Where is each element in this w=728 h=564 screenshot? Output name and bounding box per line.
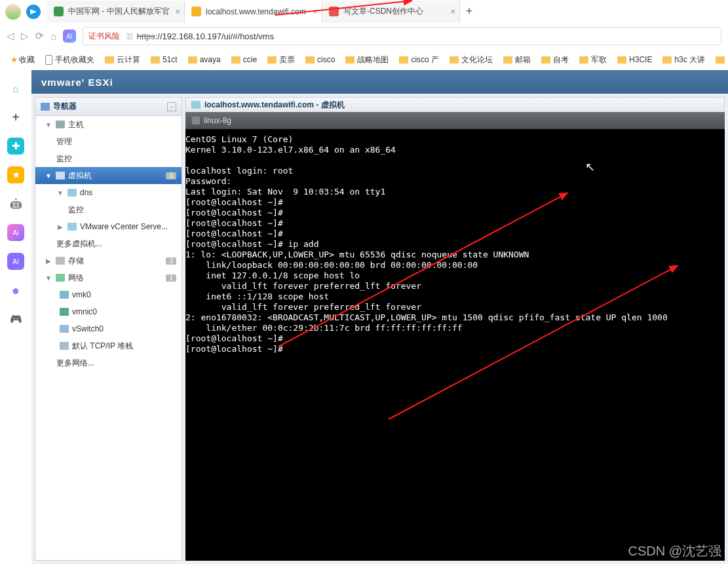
chat-icon[interactable]: ☻ [7,282,24,299]
folder-icon [399,56,408,64]
folder-icon [305,56,315,64]
bookmark-phone[interactable]: 手机收藏夹 [41,53,98,67]
tcpip-icon [60,342,69,350]
bookmark-folder[interactable]: 云计算 [101,53,144,67]
tab-title: 中国军网 - 中国人民解放军官 [68,6,170,17]
tree-more-vms[interactable]: 更多虚拟机... [35,235,182,252]
count-badge: 3 [166,257,176,265]
folder-icon [345,56,354,64]
new-tab-button[interactable]: + [460,5,478,18]
tree-net-tcpip[interactable]: 默认 TCP/IP 堆栈 [35,337,182,354]
browser-tabs: 中国军网 - 中国人民解放军官× localhost.www.tendawifi… [47,0,478,23]
bookmark-folder[interactable]: H3CIE [613,54,656,66]
bookmark-fav[interactable]: ★收藏 [7,53,39,67]
forward-icon[interactable]: ▷ [21,30,29,42]
chevron-down-icon[interactable]: ▼ [45,121,52,128]
ai-icon[interactable]: AI [63,29,76,43]
telegram-icon[interactable] [26,5,41,19]
folder-icon [617,56,626,64]
home-icon[interactable]: ⌂ [50,31,56,42]
chevron-right-icon[interactable]: ▶ [56,223,64,231]
bookmark-folder[interactable]: 军歌 [575,53,611,67]
console-icon [192,117,200,124]
folder-icon [105,56,114,64]
bookmarks-bar: ★收藏 手机收藏夹 云计算 51ct avaya ccie 卖票 cisco 战… [0,49,728,70]
count-badge: 1 [166,274,176,282]
browser-tab-0[interactable]: 中国军网 - 中国人民解放军官× [47,1,185,23]
tree-host[interactable]: ▼主机 [35,116,182,133]
bookmark-folder[interactable]: 文化论坛 [446,53,497,67]
bookmark-folder[interactable]: h3c 大讲 [659,53,709,67]
folder-icon [716,56,725,64]
vm-console-tab[interactable]: linux-8g [185,112,725,129]
tree-net-vmk0[interactable]: vmk0 [35,286,182,303]
main-title-text: localhost.www.tendawifi.com - 虚拟机 [204,100,345,111]
vm-icon [56,172,65,179]
tab-title: 写文章-CSDN创作中心 [343,6,423,17]
tree-host-monitor[interactable]: 监控 [35,150,182,167]
close-icon[interactable]: × [175,7,180,16]
vmware-logo: vmware' ESXi [41,77,113,88]
home-icon[interactable]: ⌂ [7,80,24,97]
tree-vm-dns[interactable]: ▼dns [35,184,182,201]
plus-icon[interactable]: + [7,109,24,126]
back-icon[interactable]: ◁ [7,30,14,42]
chevron-right-icon[interactable]: ▶ [45,257,52,265]
bookmark-folder[interactable]: cisco [301,54,339,66]
bookmark-folder[interactable]: 邮箱 [499,53,535,67]
mouse-cursor-icon: ↖ [585,160,595,174]
close-icon[interactable]: × [450,7,455,16]
nav-tree: ▼主机 管理 监控 ▼虚拟机3 ▼dns 监控 ▶VMware vCenter … [35,116,182,560]
bookmark-folder[interactable]: ccie [227,54,261,66]
user-avatar-icon[interactable] [5,4,21,20]
ai-badge-icon[interactable]: Ai [7,224,24,241]
count-badge: 3 [166,172,176,179]
nic-icon [60,308,69,316]
folder-icon [662,56,672,64]
tree-more-net[interactable]: 更多网络... [35,354,182,371]
game-icon[interactable]: 🎮 [7,310,24,328]
bookmark-folder[interactable]: 卖票 [263,53,299,67]
favicon-icon [191,7,201,16]
reload-icon[interactable]: ⟳ [35,30,44,42]
app-icon[interactable]: ✚ [7,138,24,155]
bookmark-folder[interactable]: avaya [184,54,225,66]
tree-host-manage[interactable]: 管理 [35,133,182,150]
folder-icon [231,56,240,64]
navigator-icon [41,103,50,111]
vm-console[interactable]: CentOS Linux 7 (Core) Kernel 3.10.0-123.… [185,129,725,561]
tree-net-vmnic0[interactable]: vmnic0 [35,303,182,320]
url-protocol: https [137,31,155,41]
browser-tab-2[interactable]: 写文章-CSDN创作中心× [322,1,460,23]
bookmark-folder[interactable]: 自考 [537,53,573,67]
cert-warning: 证书风险 [88,31,120,42]
favicon-icon [54,7,64,16]
vmkernel-icon [60,291,69,299]
bookmark-folder[interactable]: 战略地图 [341,53,393,67]
bookmark-folder[interactable]: cisco 产 [395,53,443,67]
collapse-icon[interactable]: ▫ [167,102,176,111]
star-icon[interactable]: ★ [7,166,24,183]
chevron-down-icon[interactable]: ▼ [45,274,52,282]
robot-icon[interactable]: 🤖 [7,195,24,212]
tree-net-vswitch0[interactable]: vSwitch0 [35,320,182,337]
navigator-pane: 导航器 ▫ ▼主机 管理 监控 ▼虚拟机3 ▼dns 监控 ▶VMware vC… [35,97,182,561]
vm-item-icon [67,189,77,197]
vm-tab-label: linux-8g [204,116,231,125]
tree-vm-dns-monitor[interactable]: 监控 [35,201,182,218]
chevron-down-icon[interactable]: ▼ [45,172,52,179]
main-title-bar: localhost.www.tendawifi.com - 虚拟机 [185,97,725,113]
tree-network[interactable]: ▼网络1 [35,269,182,286]
tree-vm-vcenter[interactable]: ▶VMware vCenter Serve... [35,218,182,235]
insecure-lock-icon: 🔒⃠ [126,31,133,41]
network-icon [56,274,65,282]
tree-storage[interactable]: ▶存储3 [35,252,182,269]
bookmark-folder[interactable]: 网 [712,53,728,67]
folder-icon [503,56,512,64]
address-bar[interactable]: 证书风险 🔒⃠ https://192.168.10.197/ui/#/host… [83,27,721,45]
ai2-icon[interactable]: AI [7,253,24,270]
chevron-down-icon[interactable]: ▼ [56,189,64,197]
browser-sidebar: ⌂ + ✚ ★ 🤖 Ai AI ☻ 🎮 [0,70,31,564]
bookmark-folder[interactable]: 51ct [147,54,182,66]
tree-vms[interactable]: ▼虚拟机3 [35,167,182,184]
